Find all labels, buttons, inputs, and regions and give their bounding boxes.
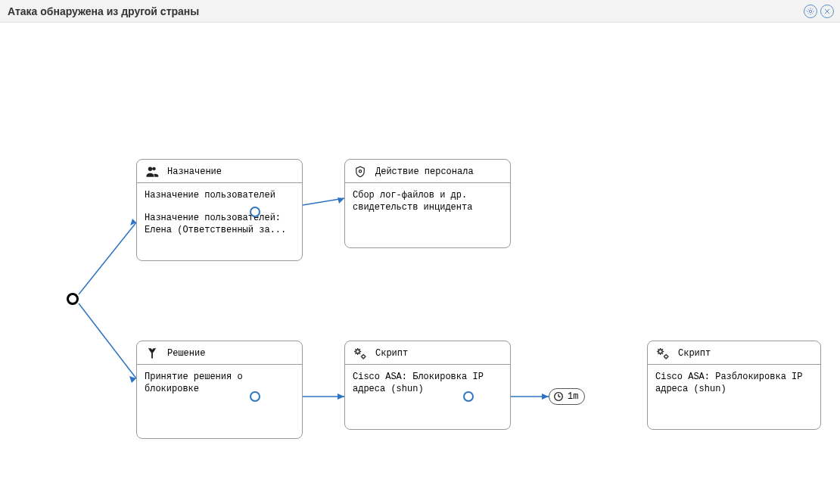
timer-badge[interactable]: 1m — [549, 388, 585, 405]
node-body: Принятие решения о блокировке — [137, 365, 302, 403]
svg-line-45 — [658, 349, 659, 350]
svg-line-7 — [812, 8, 813, 9]
connectors — [0, 23, 840, 504]
svg-line-47 — [662, 349, 663, 350]
svg-point-23 — [356, 350, 359, 353]
timer-label: 1m — [568, 391, 578, 402]
svg-point-0 — [809, 10, 811, 12]
header-actions — [804, 5, 834, 18]
node-title: Скрипт — [375, 348, 408, 359]
svg-marker-12 — [130, 219, 136, 226]
gears-icon — [353, 346, 368, 361]
page-title: Атака обнаружена из другой страны — [8, 5, 199, 17]
workflow-header: Атака обнаружена из другой страны — [0, 0, 840, 23]
svg-line-39 — [558, 397, 561, 397]
start-node[interactable] — [67, 293, 79, 305]
svg-marker-18 — [338, 394, 344, 400]
clock-icon — [552, 390, 565, 403]
node-script-unblock[interactable]: Скрипт Cisco ASA: Разблокировка IP адрес… — [647, 341, 821, 430]
svg-line-30 — [359, 349, 360, 350]
node-title: Действие персонала — [375, 166, 474, 177]
svg-line-11 — [79, 222, 136, 294]
workflow-canvas[interactable]: Назначение Назначение пользователей Назн… — [0, 23, 840, 504]
node-decision[interactable]: Решение Принятие решения о блокировке — [136, 341, 303, 439]
output-port[interactable] — [250, 391, 260, 402]
node-script-block[interactable]: Скрипт Cisco ASA: Блокировка IP адреса (… — [344, 341, 511, 430]
shield-icon — [353, 164, 368, 179]
node-body: Cisco ASA: Разблокировка IP адреса (shun… — [648, 365, 820, 403]
svg-point-32 — [362, 355, 365, 358]
svg-line-46 — [662, 353, 663, 354]
node-title: Назначение — [167, 166, 222, 177]
svg-marker-20 — [542, 394, 549, 400]
svg-point-21 — [359, 170, 361, 173]
svg-line-29 — [359, 353, 360, 354]
node-body: Сбор лог-файлов и др. свидетельств инцид… — [345, 183, 510, 221]
svg-point-40 — [658, 350, 662, 353]
node-title: Решение — [167, 348, 205, 359]
svg-line-48 — [658, 353, 659, 354]
svg-line-5 — [808, 8, 809, 9]
settings-icon[interactable] — [804, 5, 817, 18]
close-icon[interactable] — [820, 5, 834, 18]
output-port[interactable] — [463, 391, 474, 402]
users-icon — [145, 164, 160, 179]
output-port[interactable] — [250, 207, 260, 217]
node-title: Скрипт — [678, 348, 711, 359]
svg-line-8 — [808, 13, 809, 14]
svg-line-13 — [79, 303, 136, 378]
svg-point-49 — [664, 355, 667, 358]
node-personnel-action[interactable]: Действие персонала Сбор лог-файлов и др.… — [344, 159, 511, 248]
svg-line-31 — [356, 353, 356, 354]
svg-line-28 — [356, 349, 356, 350]
node-body: Назначение пользователей Назначение поль… — [137, 183, 302, 244]
branch-icon — [145, 346, 160, 361]
svg-line-6 — [812, 13, 813, 14]
node-assignment[interactable]: Назначение Назначение пользователей Назн… — [136, 159, 303, 261]
gears-icon — [655, 346, 670, 361]
svg-marker-16 — [338, 198, 344, 204]
svg-marker-14 — [129, 376, 136, 383]
node-body: Cisco ASA: Блокировка IP адреса (shun) — [345, 365, 510, 403]
